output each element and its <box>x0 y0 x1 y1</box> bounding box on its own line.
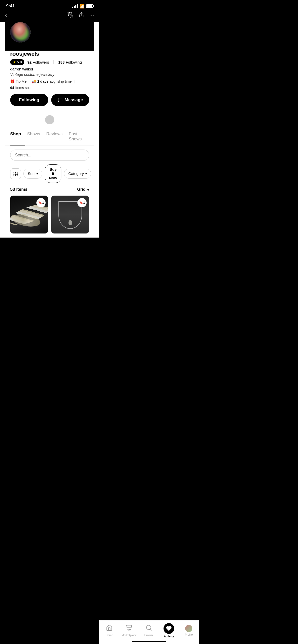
bookmark-icon: 🔖 <box>79 201 83 204</box>
chevron-down-icon: ▾ <box>85 172 87 175</box>
tab-past-shows[interactable]: Past Shows <box>69 128 87 145</box>
username: roosjewels <box>10 51 89 57</box>
shop-info: 🎁 Tip Me | 🚚 2 days avg. ship time | 94 … <box>10 79 89 90</box>
tab-reviews[interactable]: Reviews <box>46 128 67 145</box>
status-bar: 9:41 📶 <box>0 0 99 9</box>
filter-row: Sort ▾ Buy It Now Category ▾ <box>10 164 89 183</box>
ship-icon: 🚚 <box>32 79 36 83</box>
items-header: 53 Items Grid ▾ <box>10 187 89 192</box>
sliders-icon <box>13 171 18 176</box>
tab-shows[interactable]: Shows <box>27 128 44 145</box>
status-icons: 📶 <box>72 4 93 9</box>
followers-label: Followers <box>33 60 49 64</box>
following-stat: 188 Following <box>58 60 82 64</box>
notification-bell-icon[interactable] <box>67 12 73 19</box>
items-sold: 94 items sold <box>10 86 32 90</box>
shop-content: Sort ▾ Buy It Now Category ▾ 53 Items Gr… <box>5 145 94 238</box>
bookmark-badge-1: 🔖 1 <box>36 198 46 207</box>
real-name: darren walker <box>10 67 89 71</box>
message-icon <box>58 97 63 103</box>
wifi-icon: 📶 <box>79 4 85 9</box>
tab-shop[interactable]: Shop <box>10 128 25 145</box>
info-divider-1: | <box>29 79 30 84</box>
action-buttons: Following Message <box>10 94 89 106</box>
avatar <box>10 22 31 42</box>
bookmark-icon: 🔖 <box>38 201 42 204</box>
rating-badge: ★ 5.0 <box>10 59 24 65</box>
tabs: Shop Shows Reviews Past Shows <box>5 128 94 145</box>
grid-item[interactable]: 🔖 1 <box>51 196 89 233</box>
message-button[interactable]: Message <box>51 94 89 106</box>
back-button[interactable]: ‹ <box>5 12 7 19</box>
buy-it-now-button[interactable]: Buy It Now <box>45 164 62 183</box>
bookmark-badge-2: 🔖 1 <box>77 198 87 207</box>
tip-me[interactable]: 🎁 Tip Me <box>10 79 26 83</box>
items-grid: 🔖 1 🔖 1 <box>10 196 89 233</box>
ship-time: 🚚 2 days avg. ship time <box>32 79 72 83</box>
category-button[interactable]: Category ▾ <box>64 169 91 179</box>
bio: Vintage costume jewellery <box>10 72 89 77</box>
share-icon[interactable] <box>78 12 84 19</box>
more-options-icon[interactable]: ⋯ <box>89 12 94 19</box>
tip-icon: 🎁 <box>10 79 15 83</box>
followers-count: 92 <box>27 60 32 64</box>
followers-stat: 92 Followers <box>27 60 49 64</box>
sort-button[interactable]: Sort ▾ <box>23 169 42 179</box>
avatar-container <box>10 22 89 42</box>
signal-icon <box>72 4 78 8</box>
filter-icon-button[interactable] <box>10 168 21 179</box>
following-button[interactable]: Following <box>10 94 48 106</box>
stats-row: ★ 5.0 92 Followers | 188 Following <box>10 59 89 65</box>
time: 9:41 <box>6 4 15 9</box>
top-navigation: ‹ ⋯ <box>0 9 99 22</box>
rating-value: 5.0 <box>17 60 22 64</box>
battery-icon <box>86 4 93 8</box>
following-count: 188 <box>58 60 65 64</box>
grid-toggle[interactable]: Grid ▾ <box>77 187 89 192</box>
star-icon: ★ <box>13 60 16 64</box>
nav-actions: ⋯ <box>67 12 94 19</box>
info-divider-2: | <box>74 79 75 84</box>
profile-section: roosjewels ★ 5.0 92 Followers | 188 Foll… <box>0 22 99 238</box>
items-count: 53 Items <box>10 187 28 192</box>
search-input[interactable] <box>10 150 89 161</box>
grid-item[interactable]: 🔖 1 <box>10 196 48 233</box>
stat-divider: | <box>53 60 54 64</box>
scroll-indicator <box>45 115 54 124</box>
chevron-down-icon: ▾ <box>87 187 89 192</box>
chevron-down-icon: ▾ <box>36 172 38 175</box>
